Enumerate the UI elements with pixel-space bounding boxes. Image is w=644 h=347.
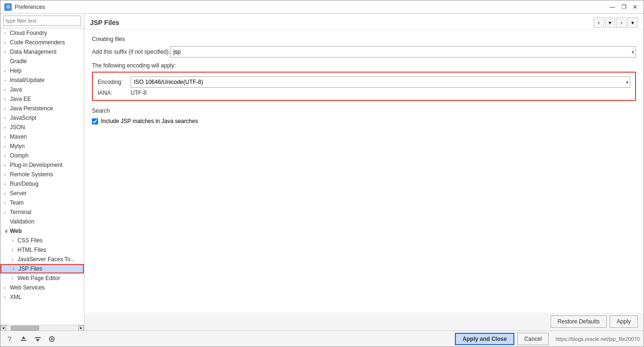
sidebar-item-label: Code Recommenders xyxy=(10,39,65,46)
arrow-icon: › xyxy=(4,144,10,149)
sidebar: › Cloud Foundry › Code Recommenders › Da… xyxy=(0,14,84,330)
main-content: › Cloud Foundry › Code Recommenders › Da… xyxy=(0,14,644,330)
sidebar-item-code-recommenders[interactable]: › Code Recommenders xyxy=(0,38,84,47)
sidebar-item-java-persistence[interactable]: › Java Persistence xyxy=(0,104,84,113)
sidebar-item-mylyn[interactable]: › Mylyn xyxy=(0,141,84,151)
sidebar-item-label: Remote Systems xyxy=(10,171,53,178)
suffix-dropdown[interactable]: jsp jspx xyxy=(170,46,636,58)
sidebar-item-team[interactable]: › Team xyxy=(0,198,84,207)
apply-button[interactable]: Apply xyxy=(610,315,638,328)
import-prefs-icon[interactable] xyxy=(33,334,43,344)
sidebar-item-validation[interactable]: Validation xyxy=(0,217,84,226)
sidebar-item-cloud-foundry[interactable]: › Cloud Foundry xyxy=(0,28,84,38)
horizontal-scrollbar[interactable]: ◂ ▸ xyxy=(0,325,84,330)
sidebar-item-jsp-files[interactable]: › JSP Files xyxy=(0,264,84,273)
search-input[interactable] xyxy=(3,16,81,26)
include-jsp-row: Include JSP matches in Java searches xyxy=(92,118,636,124)
suffix-dropdown-wrapper: jsp jspx ▾ xyxy=(170,46,636,58)
sidebar-item-web[interactable]: ∨ Web xyxy=(0,226,84,236)
sidebar-item-label: Terminal xyxy=(10,209,31,215)
sidebar-item-terminal[interactable]: › Terminal xyxy=(0,207,84,217)
sidebar-item-xml[interactable]: › XML xyxy=(0,292,84,302)
nav-back-btn[interactable]: ‹ xyxy=(594,17,604,28)
help-icon[interactable]: ? xyxy=(4,334,15,344)
cancel-button[interactable]: Cancel xyxy=(517,333,549,345)
settings-icon[interactable] xyxy=(47,334,57,344)
app-icon: ⚙ xyxy=(4,3,12,11)
sidebar-item-web-page-editor[interactable]: › Web Page Editor xyxy=(0,273,84,283)
arrow-icon: › xyxy=(4,125,10,130)
iana-value: UTF-8 xyxy=(131,90,147,96)
sidebar-item-label: Java Persistence xyxy=(10,105,53,112)
preferences-window: ⚙ Preferences — ❐ ✕ › Cloud Foundry › xyxy=(0,0,644,347)
sidebar-item-html-files[interactable]: › HTML Files xyxy=(0,245,84,255)
close-button[interactable]: ✕ xyxy=(630,2,640,12)
svg-marker-1 xyxy=(22,336,25,339)
minimize-button[interactable]: — xyxy=(608,2,617,12)
following-encoding-text: The following encoding will apply: xyxy=(92,62,636,69)
sidebar-item-web-services[interactable]: › Web Services xyxy=(0,283,84,292)
nav-forward-dropdown[interactable]: ▾ xyxy=(627,17,638,28)
export-prefs-icon[interactable] xyxy=(18,334,29,344)
sidebar-item-label: Java xyxy=(10,86,22,93)
search-label: Search xyxy=(92,107,636,114)
iana-label: IANA: xyxy=(98,90,131,96)
scroll-left-btn[interactable]: ◂ xyxy=(0,325,6,331)
filter-box xyxy=(0,14,84,28)
sidebar-item-label: JavaServer Faces To... xyxy=(17,256,75,263)
footer-bar: ? Apply and Close xyxy=(0,330,644,347)
sidebar-item-install-update[interactable]: › Install/Update xyxy=(0,75,84,85)
sidebar-item-server[interactable]: › Server xyxy=(0,189,84,198)
bottom-buttons: Restore Defaults Apply xyxy=(84,313,644,330)
sidebar-item-data-management[interactable]: › Data Management xyxy=(0,47,84,57)
restore-defaults-button[interactable]: Restore Defaults xyxy=(551,315,607,328)
sidebar-item-maven[interactable]: › Maven xyxy=(0,132,84,141)
arrow-icon: › xyxy=(4,200,10,206)
sidebar-item-label: Cloud Foundry xyxy=(10,30,47,36)
sidebar-item-java[interactable]: › Java xyxy=(0,85,84,94)
restore-button[interactable]: ❐ xyxy=(619,2,628,12)
sidebar-item-oomph[interactable]: › Oomph xyxy=(0,151,84,160)
sidebar-item-label: Java EE xyxy=(10,96,31,102)
arrow-icon: › xyxy=(12,248,17,253)
sidebar-item-javascript[interactable]: › JavaScript xyxy=(0,113,84,123)
panel-nav: ‹ ▾ › ▾ xyxy=(594,17,638,28)
encoding-dropdown-wrapper: ISO 10646/Unicode(UTF-8) UTF-8 UTF-16 IS… xyxy=(131,76,630,88)
creating-files-section: Creating files Add this suffix (if not s… xyxy=(92,36,636,58)
sidebar-item-run-debug[interactable]: › Run/Debug xyxy=(0,179,84,189)
sidebar-item-remote-systems[interactable]: › Remote Systems xyxy=(0,170,84,179)
include-jsp-label: Include JSP matches in Java searches xyxy=(101,118,198,124)
arrow-icon: › xyxy=(4,210,10,215)
sidebar-item-label: Web xyxy=(10,228,22,234)
sidebar-item-json[interactable]: › JSON xyxy=(0,123,84,132)
arrow-icon: › xyxy=(4,191,10,196)
sidebar-item-label: Server xyxy=(10,190,26,197)
sidebar-item-java-ee[interactable]: › Java EE xyxy=(0,94,84,104)
arrow-icon: › xyxy=(12,257,17,262)
panel-body: Creating files Add this suffix (if not s… xyxy=(84,30,644,313)
arrow-icon: › xyxy=(13,266,18,272)
sidebar-item-gradle[interactable]: Gradle xyxy=(0,57,84,66)
sidebar-item-label: CSS Files xyxy=(17,237,42,244)
sidebar-item-label: JavaScript xyxy=(10,115,36,121)
apply-and-close-button[interactable]: Apply and Close xyxy=(455,333,514,345)
sidebar-item-plug-in-development[interactable]: › Plug-in Development xyxy=(0,160,84,170)
sidebar-item-help[interactable]: › Help xyxy=(0,66,84,75)
include-jsp-checkbox[interactable] xyxy=(92,118,98,124)
sidebar-item-javaserver-faces[interactable]: › JavaServer Faces To... xyxy=(0,255,84,264)
nav-back-dropdown[interactable]: ▾ xyxy=(605,17,615,28)
arrow-icon: › xyxy=(4,182,10,187)
arrow-icon: › xyxy=(4,106,10,111)
search-section: Search Include JSP matches in Java searc… xyxy=(92,107,636,124)
nav-forward-btn[interactable]: › xyxy=(616,17,627,28)
encoding-dropdown[interactable]: ISO 10646/Unicode(UTF-8) UTF-8 UTF-16 IS… xyxy=(131,76,630,88)
scroll-right-btn[interactable]: ▸ xyxy=(78,325,84,331)
svg-rect-0 xyxy=(21,340,26,341)
sidebar-item-label: Help xyxy=(10,67,22,74)
scroll-thumb[interactable] xyxy=(11,326,39,330)
sidebar-item-label: Team xyxy=(10,199,24,206)
arrow-icon: › xyxy=(4,97,10,102)
encoding-label: Encoding: xyxy=(98,79,131,85)
sidebar-item-css-files[interactable]: › CSS Files xyxy=(0,236,84,245)
creating-files-label: Creating files xyxy=(92,36,636,42)
